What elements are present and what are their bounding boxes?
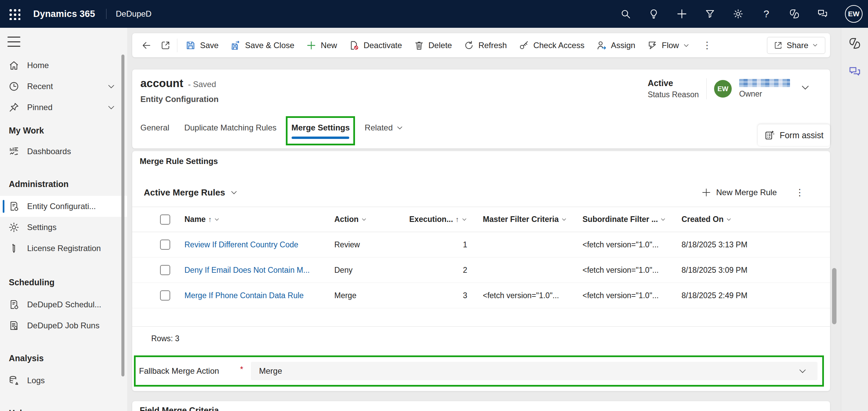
check-access-button[interactable]: Check Access [513, 37, 590, 54]
owner-avatar[interactable]: EW [714, 80, 732, 98]
column-header-action[interactable]: Action [320, 215, 395, 224]
column-header-created-on[interactable]: Created On [667, 215, 823, 224]
cell-subordinate-filter: <fetch version="1.0"... [568, 291, 667, 300]
home-icon [8, 60, 20, 71]
cell-execution-order: 1 [409, 240, 469, 249]
environment-name[interactable]: DeDupeD [116, 9, 152, 19]
required-marker: * [240, 365, 243, 374]
flow-button[interactable]: Flow [641, 37, 696, 54]
more-commands-icon[interactable]: ⋮ [695, 40, 718, 51]
merge-rule-link[interactable]: Review If Different Country Code [184, 240, 298, 249]
account-avatar[interactable]: EW [845, 5, 863, 23]
form-assist-button[interactable]: Form assist [758, 124, 830, 146]
share-icon [773, 41, 783, 50]
owner-field[interactable]: Owner [739, 79, 790, 99]
save-button[interactable]: Save [179, 37, 224, 54]
copilot-icon[interactable] [789, 8, 800, 20]
sidebar-item-label: Settings [27, 223, 57, 232]
delete-button[interactable]: Delete [408, 37, 458, 54]
add-icon [701, 187, 711, 198]
open-in-new-window-icon [160, 40, 171, 51]
sidebar-item-label: Recent [27, 82, 53, 91]
app-launcher-waffle-icon[interactable] [8, 8, 20, 20]
tab-merge-settings[interactable]: Merge Settings [292, 116, 350, 148]
cell-created-on: 8/18/2025 2:49 PM [667, 291, 823, 300]
sidebar-item-dashboards[interactable]: Dashboards [0, 141, 127, 162]
grid-more-commands-icon[interactable]: ⋮ [795, 187, 804, 198]
save-and-close-button[interactable]: Save & Close [224, 37, 300, 54]
filter-icon[interactable] [704, 8, 716, 20]
merge-rule-link[interactable]: Merge If Phone Contain Data Rule [184, 291, 304, 300]
tab-related[interactable]: Related [365, 116, 404, 148]
header-expand-chevron-icon[interactable] [800, 82, 810, 93]
tab-duplicate-matching-rules[interactable]: Duplicate Matching Rules [184, 116, 276, 148]
chevron-down-icon [798, 366, 807, 376]
entity-configuration-icon [8, 201, 20, 212]
sidebar-item-label: License Registration [27, 244, 101, 253]
sidebar-item-deduped-schedules[interactable]: DeDupeD Schedul... [0, 294, 127, 315]
comments-panel-icon[interactable] [848, 65, 862, 79]
back-button[interactable] [137, 37, 156, 54]
assign-person-icon [596, 40, 607, 51]
check-access-label: Check Access [533, 41, 585, 50]
column-header-subordinate-filter-criteria[interactable]: Subordinate Filter ... [568, 215, 667, 224]
sidebar-item-deduped-job-runs[interactable]: DeDupeD Job Runs [0, 315, 127, 336]
sidebar-item-settings[interactable]: Settings [0, 217, 127, 238]
cell-action: Merge [320, 291, 395, 300]
form-tabs: General Duplicate Matching Rules Merge S… [140, 116, 403, 148]
sidebar-section-analysis: Analysis [0, 346, 127, 370]
refresh-button[interactable]: Refresh [458, 37, 513, 54]
cell-action: Deny [320, 266, 395, 275]
feedback-icon[interactable] [817, 8, 828, 20]
main-scrollbar[interactable] [832, 268, 836, 324]
chevron-down-icon[interactable] [107, 103, 116, 112]
sidebar-item-home[interactable]: Home [0, 55, 127, 76]
chevron-down-icon [561, 217, 567, 222]
tab-general[interactable]: General [140, 116, 169, 148]
open-in-new-window-button[interactable] [156, 37, 175, 54]
delete-label: Delete [429, 41, 452, 50]
share-label: Share [787, 41, 808, 50]
row-checkbox[interactable] [160, 240, 170, 250]
view-selector[interactable]: Active Merge Rules [144, 187, 238, 198]
row-checkbox[interactable] [160, 290, 170, 301]
new-merge-rule-button[interactable]: New Merge Rule [701, 187, 777, 198]
copilot-panel-icon[interactable] [848, 37, 862, 50]
merge-rule-link[interactable]: Deny If Email Does Not Contain M... [184, 266, 310, 274]
new-button[interactable]: New [300, 37, 343, 54]
table-row[interactable]: Review If Different Country Code Review … [132, 232, 830, 258]
sidebar-item-recent[interactable]: Recent [0, 76, 127, 97]
column-header-name[interactable]: Name ↑ [170, 215, 320, 224]
gear-icon [8, 222, 20, 233]
sidebar-item-license-registration[interactable]: License Registration [0, 238, 127, 259]
settings-icon[interactable] [732, 8, 744, 20]
fallback-merge-action-annotation: Fallback Merge Action * Merge [134, 355, 824, 387]
sitemap-collapse-icon[interactable] [7, 37, 20, 47]
sidebar-item-pinned[interactable]: Pinned [0, 97, 127, 118]
sidebar-scrollbar[interactable] [121, 55, 124, 376]
deactivate-button[interactable]: Deactivate [343, 37, 408, 54]
section-heading: Field Merge Criteria [132, 401, 830, 411]
add-icon[interactable] [676, 8, 688, 20]
help-icon[interactable]: ? [761, 8, 772, 20]
row-checkbox[interactable] [160, 265, 170, 275]
table-row[interactable]: Deny If Email Does Not Contain M... Deny… [132, 258, 830, 283]
rows-count: Rows: 3 [151, 334, 830, 343]
form-assist-label: Form assist [780, 130, 823, 140]
fallback-merge-action-select[interactable]: Merge [251, 362, 817, 380]
select-all-checkbox[interactable] [160, 214, 170, 225]
back-arrow-icon [141, 40, 152, 51]
chevron-down-icon[interactable] [107, 82, 116, 91]
share-button[interactable]: Share [767, 37, 825, 54]
column-header-execution-order[interactable]: Execution... ↑ [395, 215, 469, 224]
logs-icon [8, 375, 20, 386]
cell-subordinate-filter: <fetch version="1.0"... [568, 266, 667, 275]
search-icon[interactable] [620, 8, 631, 20]
column-header-master-filter-criteria[interactable]: Master Filter Criteria [469, 215, 568, 224]
lightbulb-icon[interactable] [648, 8, 659, 20]
grid-view-bar: Active Merge Rules New Merge Rule ⋮ [132, 185, 830, 200]
sidebar-item-logs[interactable]: Logs [0, 370, 127, 391]
assign-button[interactable]: Assign [590, 37, 641, 54]
sidebar-item-entity-configuration[interactable]: Entity Configurati... [0, 196, 127, 217]
table-row[interactable]: Merge If Phone Contain Data Rule Merge 3… [132, 283, 830, 308]
